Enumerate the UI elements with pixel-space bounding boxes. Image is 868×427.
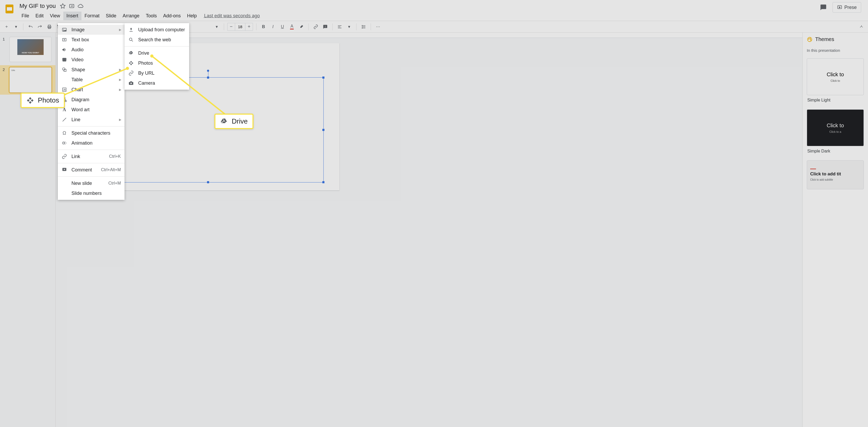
- insert-diagram-label: Diagram: [71, 97, 89, 103]
- themes-icon: [807, 36, 812, 42]
- resize-handle-tm[interactable]: [207, 77, 209, 79]
- new-slide-button[interactable]: ＋: [3, 23, 10, 31]
- insert-link[interactable]: LinkCtrl+K: [58, 151, 125, 162]
- last-edit[interactable]: Last edit was seconds ago: [204, 11, 260, 20]
- resize-handle-br[interactable]: [322, 181, 324, 183]
- insert-audio-label: Audio: [71, 47, 84, 53]
- insert-line[interactable]: Line▶: [58, 115, 125, 125]
- font-size-increase[interactable]: +: [245, 24, 253, 29]
- resize-handle-mr[interactable]: [322, 129, 324, 131]
- comments-icon[interactable]: [820, 4, 827, 11]
- rotate-handle[interactable]: [207, 70, 209, 72]
- highlight-button[interactable]: [298, 23, 305, 31]
- insert-chart-label: Chart: [71, 87, 83, 92]
- insert-video[interactable]: Video: [58, 55, 125, 65]
- menu-arrange[interactable]: Arrange: [120, 11, 143, 20]
- insert-new-slide[interactable]: New slideCtrl+M: [58, 178, 125, 188]
- line-spacing-button[interactable]: [360, 23, 368, 31]
- font-size-input[interactable]: [235, 23, 245, 30]
- image-icon: [61, 27, 67, 33]
- image-upload[interactable]: Upload from computer: [125, 25, 189, 35]
- more-button[interactable]: ⋯: [374, 23, 382, 31]
- menu-insert[interactable]: Insert: [63, 11, 82, 20]
- theme-dark-sub: Click to a: [829, 130, 841, 133]
- insert-comment-button[interactable]: [321, 23, 329, 31]
- canvas-area[interactable]: [56, 33, 802, 427]
- underline-button[interactable]: U: [278, 23, 286, 31]
- insert-image[interactable]: Image▶: [58, 25, 125, 35]
- theme-light-name: Simple Light: [807, 95, 864, 105]
- theme-third-sub: Click to add subtitle: [810, 178, 860, 181]
- theme-light-title: Click to: [827, 72, 844, 78]
- comment-shortcut: Ctrl+Alt+M: [101, 168, 121, 172]
- menu-edit[interactable]: Edit: [32, 11, 47, 20]
- italic-button[interactable]: I: [269, 23, 277, 31]
- insert-slidenumbers-label: Slide numbers: [71, 191, 102, 196]
- svg-point-9: [810, 38, 810, 39]
- menu-format[interactable]: Format: [82, 11, 103, 20]
- redo-button[interactable]: [36, 23, 44, 31]
- menu-help[interactable]: Help: [184, 11, 200, 20]
- blank-icon: [61, 190, 67, 196]
- insert-slide-numbers[interactable]: Slide numbers: [58, 188, 125, 198]
- move-icon[interactable]: [69, 3, 74, 9]
- font-size-decrease[interactable]: −: [227, 24, 235, 29]
- insert-diagram[interactable]: Diagram: [58, 95, 125, 105]
- insert-table[interactable]: Table▶: [58, 75, 125, 85]
- align-button[interactable]: [336, 23, 344, 31]
- font-dropdown[interactable]: ▾: [213, 23, 221, 31]
- align-dropdown[interactable]: ▾: [345, 23, 353, 31]
- insert-animation[interactable]: Animation: [58, 138, 125, 148]
- resize-handle-bm[interactable]: [207, 181, 209, 183]
- text-color-button[interactable]: A: [288, 23, 296, 31]
- insert-textbox-label: Text box: [71, 37, 89, 42]
- image-drive[interactable]: Drive: [125, 48, 189, 58]
- undo-button[interactable]: [27, 23, 34, 31]
- image-drive-label: Drive: [138, 51, 149, 56]
- slide-thumbnail-1[interactable]: HOW YOU DOIN?: [9, 37, 52, 62]
- resize-handle-tr[interactable]: [322, 77, 324, 79]
- callout-drive: Drive: [214, 114, 253, 129]
- line-icon: [61, 117, 67, 122]
- star-icon[interactable]: [60, 3, 66, 9]
- themes-panel: Themes In this presentation Click toClic…: [802, 33, 868, 427]
- table-icon: [61, 77, 67, 83]
- insert-special-chars[interactable]: ΩSpecial characters: [58, 128, 125, 138]
- svg-rect-1: [7, 7, 12, 10]
- doc-title[interactable]: My GIF to you: [19, 2, 57, 10]
- present-button[interactable]: Prese: [833, 2, 861, 12]
- theme-third[interactable]: Click to add titClick to add subtitle: [807, 161, 864, 189]
- image-photos[interactable]: Photos: [125, 58, 189, 68]
- new-slide-dropdown[interactable]: ▾: [12, 23, 20, 31]
- menu-view[interactable]: View: [47, 11, 63, 20]
- collapse-toolbar-button[interactable]: ㅅ: [858, 23, 865, 31]
- theme-simple-light[interactable]: Click toClick to Simple Light: [807, 58, 864, 105]
- insert-chart[interactable]: Chart▶: [58, 85, 125, 95]
- print-button[interactable]: [45, 23, 53, 31]
- filmstrip: 1 HOW YOU DOIN? 2 Gifs: [0, 33, 56, 427]
- cloud-icon[interactable]: [78, 3, 84, 9]
- menu-slide[interactable]: Slide: [103, 11, 120, 20]
- insert-table-label: Table: [71, 77, 83, 83]
- insert-textbox[interactable]: Text box: [58, 35, 125, 45]
- drive-icon: [220, 117, 228, 125]
- insert-wordart[interactable]: AWord art: [58, 105, 125, 115]
- image-search-web[interactable]: Search the web: [125, 35, 189, 45]
- menu-tools[interactable]: Tools: [143, 11, 160, 20]
- menu-file[interactable]: File: [19, 11, 32, 20]
- svg-point-20: [63, 142, 65, 144]
- image-search-label: Search the web: [138, 37, 171, 42]
- submenu-arrow-icon: ▶: [119, 78, 121, 82]
- insert-shape[interactable]: Shape▶: [58, 65, 125, 75]
- insert-audio[interactable]: Audio: [58, 45, 125, 55]
- menu-addons[interactable]: Add-ons: [160, 11, 184, 20]
- insert-link-button[interactable]: [312, 23, 320, 31]
- bold-button[interactable]: B: [259, 23, 268, 31]
- selected-text-frame[interactable]: [92, 77, 324, 182]
- svg-point-10: [810, 39, 811, 40]
- slide-thumbnail-2[interactable]: Gifs: [9, 67, 52, 92]
- image-camera[interactable]: Camera: [125, 78, 189, 88]
- image-by-url[interactable]: By URL: [125, 68, 189, 78]
- theme-simple-dark[interactable]: Click toClick to a Simple Dark: [807, 109, 864, 156]
- insert-comment[interactable]: CommentCtrl+Alt+M: [58, 165, 125, 175]
